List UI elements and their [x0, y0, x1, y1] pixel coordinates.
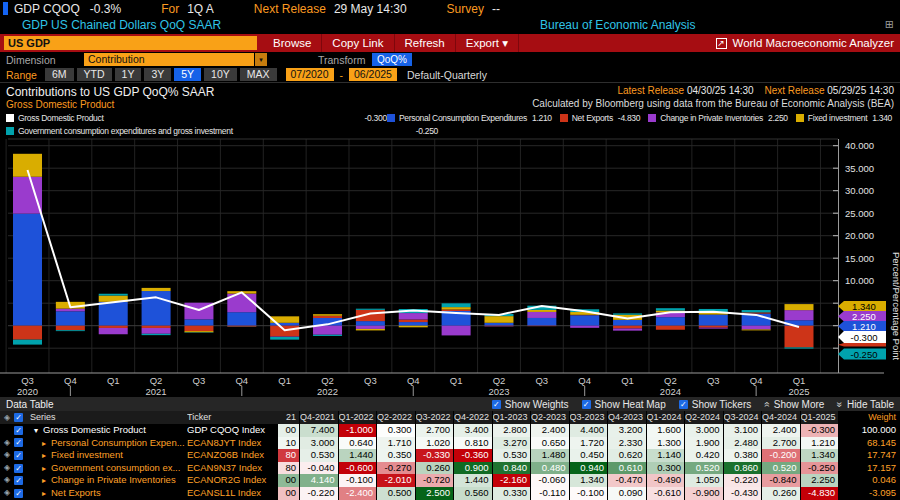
y-tick-label: 15.000: [845, 253, 874, 264]
checkbox-icon[interactable]: ✓: [679, 400, 688, 409]
value-cell: -0.220: [724, 474, 763, 487]
x-tick-label: Q1: [621, 375, 634, 386]
bar-segment: [784, 310, 813, 320]
value-cell: 2.800: [493, 424, 532, 437]
value-cell: 3.000: [300, 437, 339, 450]
checkbox-icon[interactable]: ✓: [14, 413, 23, 422]
range-button-ytd[interactable]: YTD: [77, 68, 112, 81]
value-cell: 1.300: [647, 437, 686, 450]
range-button-1y[interactable]: 1Y: [115, 68, 142, 81]
checkbox-icon[interactable]: ✓: [14, 476, 23, 485]
series-name-cell[interactable]: ▸Government consumption ex...: [30, 462, 187, 475]
security-query-input[interactable]: US GDP: [4, 36, 257, 50]
expand-icon[interactable]: ▸: [42, 463, 51, 475]
series-name-cell[interactable]: ▸Fixed investment: [30, 449, 187, 462]
panel-grid-icon[interactable]: ⊞: [885, 18, 894, 31]
x-tick-label: Q3: [193, 375, 206, 386]
value-cell: 10: [278, 437, 300, 450]
value-cell: 0.900: [454, 462, 493, 475]
transform-value-badge[interactable]: QoQ%: [372, 53, 412, 66]
checkbox-icon[interactable]: ✓: [14, 464, 23, 473]
series-swatch: [6, 127, 14, 135]
expand-icon[interactable]: ▸: [42, 488, 51, 500]
value-cell: 0.560: [454, 487, 493, 500]
app-link[interactable]: ↗ World Macroeconomic Analyzer: [716, 34, 895, 52]
show-more-button[interactable]: »Show More: [764, 399, 824, 410]
toolbar-button-browse[interactable]: Browse: [263, 34, 322, 52]
expand-icon[interactable]: ▸: [42, 438, 51, 450]
series-name-cell[interactable]: ▸Change in Private Inventories: [30, 474, 187, 487]
value-cell: -0.100: [339, 474, 378, 487]
bar-segment: [613, 320, 642, 326]
value-cell: 00: [278, 487, 300, 500]
range-button-5y[interactable]: 5Y: [174, 68, 201, 81]
x-tick-label: Q1: [107, 375, 120, 386]
value-cell: -0.250: [801, 462, 840, 475]
value-cell: 00: [278, 474, 300, 487]
series-name-cell[interactable]: ▸Net Exports: [30, 487, 187, 500]
range-button-max[interactable]: MAX: [240, 68, 277, 81]
control-label: Show Weights: [505, 399, 569, 410]
transform-label: Transform: [318, 54, 365, 66]
series-name: Gross Domestic Product: [43, 424, 146, 435]
toolbar-button-copylink[interactable]: Copy Link: [322, 34, 394, 52]
range-button-3y[interactable]: 3Y: [144, 68, 171, 81]
table-control-show-weights[interactable]: ✓Show Weights: [492, 399, 569, 410]
calculation-credit: Calculated by Bloomberg using data from …: [532, 98, 894, 109]
table-control-show-tickers[interactable]: ✓Show Tickers: [679, 399, 751, 410]
value-cell: 00: [278, 424, 300, 437]
table-row: ✓▾Gross Domestic ProductGDP CQOQ Index00…: [0, 424, 900, 437]
value-cell: -0.040: [300, 462, 339, 475]
bar-segment: [13, 340, 42, 345]
header-field: --: [492, 2, 500, 16]
value-cell: 3.200: [608, 424, 647, 437]
bar-segment: [13, 177, 42, 214]
diamond-icon[interactable]: ◈: [0, 474, 14, 487]
period-column-header: Q4-2021: [300, 411, 339, 424]
bar-segment: [399, 322, 428, 326]
bar-segment: [56, 311, 85, 325]
table-control-show-heat-map[interactable]: ✓Show Heat Map: [582, 399, 666, 410]
range-from-input[interactable]: 07/2020: [286, 68, 334, 81]
range-button-6m[interactable]: 6M: [45, 68, 74, 81]
series-name-cell[interactable]: ▾Gross Domestic Product: [30, 424, 187, 437]
bar-segment: [227, 326, 256, 327]
diamond-icon[interactable]: ◈: [0, 449, 14, 462]
value-cell: 0.530: [300, 449, 339, 462]
diamond-icon[interactable]: ◈: [0, 462, 14, 475]
value-cell: 1.710: [377, 437, 416, 450]
diamond-icon[interactable]: ◈: [0, 487, 14, 500]
series-name-cell[interactable]: ▸Personal Consumption Expen...: [30, 437, 187, 450]
expand-icon[interactable]: ▸: [42, 450, 51, 462]
value-cell: -0.220: [300, 487, 339, 500]
collapse-icon[interactable]: ▾: [34, 425, 43, 437]
dimension-select-arrow-icon[interactable]: ▾: [255, 53, 267, 66]
diamond-icon[interactable]: ◈: [0, 437, 14, 450]
toolbar-button-refresh[interactable]: Refresh: [395, 34, 456, 52]
checkbox-icon[interactable]: ✓: [492, 400, 501, 409]
toolbar-button-export[interactable]: Export ▾: [456, 34, 519, 52]
bar-segment: [784, 347, 813, 348]
value-cell: -2.010: [377, 474, 416, 487]
period-column-header: 21: [278, 411, 300, 424]
range-button-10y[interactable]: 10Y: [204, 68, 237, 81]
checkbox-icon[interactable]: ✓: [14, 489, 23, 498]
legend-gov-name: Government consumption expenditures and …: [6, 126, 233, 136]
period-column-header: Q2-2022: [377, 411, 416, 424]
x-year-label: 2021: [146, 386, 167, 397]
bar-segment: [56, 326, 85, 331]
checkbox-icon[interactable]: ✓: [582, 400, 591, 409]
expand-icon[interactable]: ▸: [42, 475, 51, 487]
bar-segment: [184, 331, 213, 332]
checkbox-icon[interactable]: ✓: [14, 438, 23, 447]
range-to-input[interactable]: 06/2025: [349, 68, 397, 81]
checkbox-icon[interactable]: ✓: [14, 451, 23, 460]
hide-table-button[interactable]: »Hide Table: [837, 399, 894, 410]
value-cell: -0.470: [608, 474, 647, 487]
checkbox-icon[interactable]: ✓: [14, 426, 23, 435]
security-description: GDP US Chained Dollars QoQ SAAR: [22, 18, 221, 32]
bar-segment: [399, 326, 428, 328]
dimension-select[interactable]: Contribution: [84, 53, 254, 66]
chart-title: Contributions to US GDP QoQ% SAAR: [6, 85, 215, 99]
value-cell: 1.020: [416, 437, 455, 450]
